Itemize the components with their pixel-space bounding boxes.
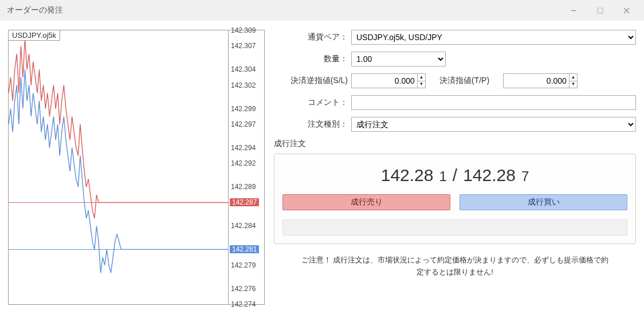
axis-tick: 142.304 <box>231 65 256 73</box>
tp-field[interactable] <box>504 74 569 88</box>
tp-step-down[interactable]: ▼ <box>570 81 577 88</box>
tp-step-up[interactable]: ▲ <box>570 74 577 81</box>
minimize-button[interactable] <box>560 2 587 19</box>
warning-text: ご注意！ 成行注文は、市場状況によって約定価格が決まりますので、必ずしも提示価格… <box>274 254 636 278</box>
axis-tick: 142.274 <box>231 300 256 308</box>
axis-tick: 142.284 <box>231 222 256 230</box>
bid-price-sub: 1 <box>439 168 446 185</box>
ask-mark: 142.287 <box>230 198 259 206</box>
price-separator: / <box>453 166 457 185</box>
axis-tick: 142.276 <box>231 285 256 293</box>
pair-select[interactable]: USDJPY.oj5k, USD/JPY <box>351 30 636 45</box>
svg-rect-1 <box>598 8 603 13</box>
window-title: オーダーの発注 <box>7 5 560 15</box>
axis-tick: 142.292 <box>231 159 256 167</box>
sell-button[interactable]: 成行売り <box>282 194 450 210</box>
window-controls <box>560 2 639 19</box>
sl-label: 決済逆指値(S/L) <box>274 76 351 86</box>
axis-tick: 142.307 <box>231 42 256 50</box>
sl-field[interactable] <box>352 74 417 88</box>
result-row <box>282 219 627 236</box>
axis-tick: 142.299 <box>231 105 256 113</box>
close-button[interactable] <box>613 2 639 19</box>
axis-tick: 142.302 <box>231 81 256 89</box>
price-pair: 142.281 / 142.287 <box>381 166 529 185</box>
sl-input[interactable]: ▲▼ <box>351 73 426 88</box>
chart-y-axis: 142.287 142.281 142.309142.307142.304142… <box>229 30 264 304</box>
sl-step-up[interactable]: ▲ <box>418 74 425 81</box>
order-window: オーダーの発注 USDJPY.oj5k 142.287 <box>0 0 644 314</box>
maximize-button <box>587 2 613 19</box>
buy-button[interactable]: 成行買い <box>460 194 627 210</box>
bid-price-main: 142.28 <box>381 166 434 185</box>
qty-select[interactable]: 1.00 <box>351 52 446 66</box>
tp-input[interactable]: ▲▼ <box>503 73 578 88</box>
comment-input[interactable] <box>351 95 636 110</box>
axis-tick: 142.297 <box>231 120 256 128</box>
tick-chart: USDJPY.oj5k 142.287 142.281 142.309142.3… <box>8 30 265 305</box>
axis-tick: 142.294 <box>231 144 256 152</box>
tp-label: 決済指値(T/P) <box>439 76 489 86</box>
exec-heading: 成行注文 <box>274 139 636 149</box>
chart-plot-area <box>9 30 229 304</box>
axis-tick: 142.279 <box>231 261 256 269</box>
titlebar: オーダーの発注 <box>0 0 644 21</box>
type-select[interactable]: 成行注文 <box>351 117 636 132</box>
ask-price-sub: 7 <box>521 168 529 185</box>
content-area: USDJPY.oj5k 142.287 142.281 142.309142.3… <box>0 21 644 314</box>
order-form: 通貨ペア： USDJPY.oj5k, USD/JPY 数量： 1.00 決済逆指… <box>274 30 636 305</box>
qty-label: 数量： <box>274 54 351 64</box>
chart-svg <box>9 30 228 304</box>
type-label: 注文種別： <box>274 119 351 129</box>
comment-label: コメント： <box>274 97 351 108</box>
axis-tick: 142.289 <box>231 183 256 191</box>
chart-symbol-label: USDJPY.oj5k <box>8 30 60 41</box>
pair-label: 通貨ペア： <box>274 32 351 42</box>
bid-mark: 142.281 <box>230 245 259 253</box>
sl-step-down[interactable]: ▼ <box>418 81 425 88</box>
ask-price-main: 142.28 <box>463 166 516 185</box>
axis-tick: 142.309 <box>231 26 256 34</box>
exec-panel: 142.281 / 142.287 成行売り 成行買い <box>274 154 636 244</box>
